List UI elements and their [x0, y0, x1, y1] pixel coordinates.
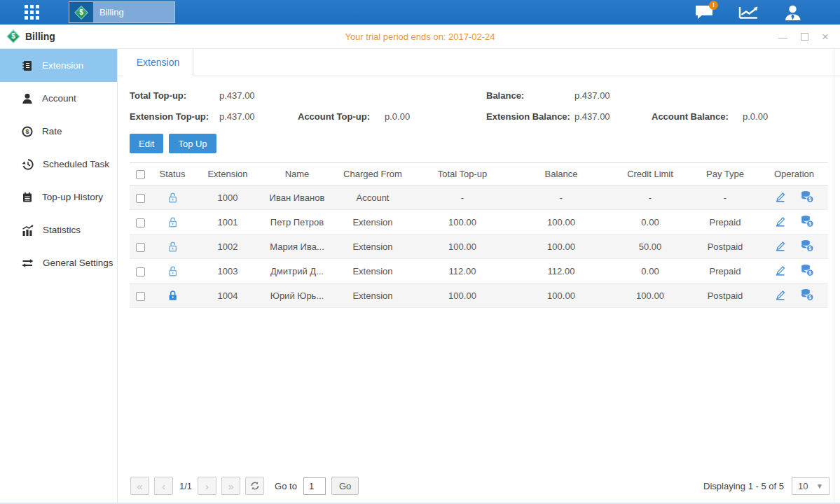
- svg-text:$: $: [25, 128, 29, 135]
- notebook-icon: [22, 192, 33, 203]
- cell-operation: $: [760, 186, 828, 210]
- edit-row-icon[interactable]: [774, 191, 786, 204]
- cell-credit-limit: 0.00: [610, 210, 690, 234]
- column-header-pay-type: Pay Type: [690, 163, 760, 186]
- cell-status: [151, 186, 194, 210]
- cell-credit-limit: -: [610, 186, 690, 210]
- reports-chart-icon[interactable]: [738, 6, 759, 20]
- cell-balance: 112.00: [512, 259, 610, 284]
- window-title-group: $ Billing: [8, 31, 55, 42]
- row-checkbox[interactable]: [136, 218, 145, 227]
- table-row: 1002 Мария Ива... Extension 100.00 100.0…: [130, 234, 828, 259]
- sidebar-item-label: Account: [42, 93, 76, 104]
- account-topup-value: p.0.00: [385, 111, 486, 122]
- account-topup-label: Account Top-up:: [298, 111, 385, 122]
- extension-topup-value: p.437.00: [219, 111, 298, 122]
- sidebar-item-rate[interactable]: $ Rate: [0, 115, 117, 148]
- topup-row-icon[interactable]: $: [800, 190, 814, 205]
- go-button[interactable]: Go: [331, 477, 359, 495]
- edit-row-icon[interactable]: [774, 240, 786, 253]
- topbar-actions: !: [695, 5, 801, 20]
- cell-extension: 1002: [194, 234, 261, 259]
- column-header-balance: Balance: [512, 163, 610, 186]
- total-topup-label: Total Top-up:: [130, 90, 219, 101]
- refresh-button[interactable]: [245, 477, 264, 495]
- topup-row-icon[interactable]: $: [800, 264, 814, 279]
- maximize-icon[interactable]: [801, 33, 808, 41]
- last-page-button[interactable]: »: [221, 477, 240, 495]
- topup-row-icon[interactable]: $: [800, 239, 814, 254]
- billing-app-tile: $: [69, 2, 93, 22]
- header-select-all: [130, 163, 151, 186]
- cell-balance: 100.00: [512, 284, 610, 308]
- row-checkbox[interactable]: [136, 267, 145, 276]
- edit-row-icon[interactable]: [774, 265, 786, 278]
- tab-strip: Extension: [118, 49, 840, 76]
- app-grid-icon[interactable]: [25, 5, 39, 20]
- sidebar-item-statistics[interactable]: Statistics: [0, 214, 117, 246]
- row-checkbox[interactable]: [136, 243, 145, 252]
- next-page-button[interactable]: ›: [198, 477, 216, 495]
- trial-notice: Your trial period ends on: 2017-02-24: [345, 31, 495, 42]
- window-titlebar: $ Billing Your trial period ends on: 201…: [0, 24, 840, 49]
- extension-topup-label: Extension Top-up:: [130, 111, 219, 122]
- balance-value: p.437.00: [574, 90, 652, 101]
- goto-page-input[interactable]: [303, 477, 326, 495]
- sidebar-item-label: Statistics: [43, 225, 81, 235]
- sidebar-item-label: General Settings: [43, 258, 113, 268]
- cell-status: [151, 259, 194, 284]
- first-page-button[interactable]: «: [130, 477, 149, 495]
- displaying-text: Displaying 1 - 5 of 5: [703, 481, 784, 491]
- extensions-table-wrap: Status Extension Name Charged From Total…: [130, 162, 828, 469]
- cell-credit-limit: 0.00: [610, 259, 690, 284]
- svg-text:$: $: [808, 270, 811, 276]
- user-account-icon[interactable]: [784, 5, 801, 20]
- column-header-total-topup: Total Top-up: [413, 163, 512, 186]
- svg-text:$: $: [808, 246, 811, 251]
- topup-row-icon[interactable]: $: [800, 215, 814, 230]
- sidebar-item-general-settings[interactable]: General Settings: [0, 246, 117, 279]
- top-up-button[interactable]: Top Up: [169, 134, 216, 153]
- row-checkbox[interactable]: [136, 194, 145, 203]
- edit-button[interactable]: Edit: [130, 134, 163, 153]
- cell-extension: 1001: [194, 210, 261, 234]
- tab-extension[interactable]: Extension: [123, 49, 193, 76]
- cell-charged-from: Extension: [333, 284, 413, 308]
- cell-checkbox: [130, 259, 151, 284]
- row-checkbox[interactable]: [136, 292, 145, 301]
- topup-row-icon[interactable]: $: [800, 288, 814, 303]
- taskbar-item-billing[interactable]: $ Billing: [69, 1, 175, 23]
- edit-row-icon[interactable]: [774, 289, 786, 302]
- sidebar-item-label: Extension: [42, 60, 83, 71]
- sidebar-item-account[interactable]: Account: [0, 82, 117, 115]
- prev-page-button[interactable]: ‹: [154, 477, 173, 495]
- cell-balance: -: [512, 186, 610, 210]
- sidebar-item-topup-history[interactable]: Top-up History: [0, 181, 117, 214]
- cell-pay-type: Prepaid: [690, 259, 760, 284]
- svg-text:$: $: [808, 295, 811, 300]
- cell-charged-from: Extension: [333, 259, 413, 284]
- cell-total-topup: -: [413, 186, 512, 210]
- cell-operation: $: [760, 234, 828, 259]
- cell-pay-type: Postpaid: [690, 284, 760, 308]
- cell-checkbox: [130, 234, 151, 259]
- page-size-select[interactable]: 10 ▼: [792, 477, 829, 495]
- column-header-status: Status: [151, 163, 194, 186]
- close-icon[interactable]: ×: [822, 33, 829, 41]
- system-topbar: $ Billing !: [0, 0, 840, 24]
- history-clock-icon: [22, 159, 34, 170]
- cell-balance: 100.00: [512, 210, 610, 234]
- billing-window: $ Billing ! $ Billing Your trial period …: [0, 0, 840, 504]
- cell-credit-limit: 100.00: [610, 284, 690, 308]
- main-panel: Extension Total Top-up: p.437.00 Balance…: [118, 49, 840, 503]
- edit-row-icon[interactable]: [774, 216, 786, 229]
- sidebar-item-scheduled-task[interactable]: Scheduled Task: [0, 148, 117, 181]
- messages-icon[interactable]: !: [695, 5, 713, 20]
- page-size-value: 10: [798, 481, 808, 491]
- goto-label: Go to: [275, 481, 297, 491]
- account-balance-value: p.0.00: [743, 111, 828, 122]
- cell-charged-from: Extension: [333, 234, 413, 259]
- minimize-icon[interactable]: [778, 38, 787, 38]
- sidebar-item-extension[interactable]: Extension: [0, 49, 117, 82]
- select-all-checkbox[interactable]: [136, 170, 145, 179]
